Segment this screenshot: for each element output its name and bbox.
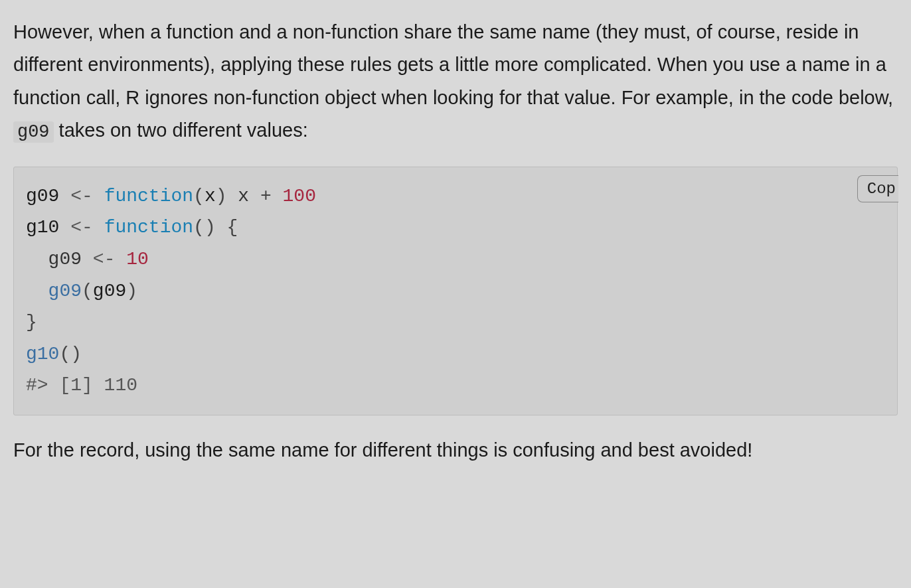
code-token-ident: g10 [26,217,59,238]
code-block-container: Cop g09 <- function(x) x + 100 g10 <- fu… [13,167,898,415]
inline-code-g09: g09 [13,121,54,143]
code-token-assign: <- [70,186,93,206]
code-token-num: 100 [283,186,316,206]
code-token-punct: () [59,344,82,364]
code-token-punct: ) [216,186,227,206]
paragraph-footnote: For the record, using the same name for … [13,434,898,467]
code-token-punct: { [227,217,238,238]
code-token-punct: ( [193,186,205,206]
code-token-punct: ( [82,281,93,301]
code-token-comment: #> [1] 110 [26,375,137,396]
code-token-function: function [104,217,193,238]
code-token-ident: g09 [26,186,59,206]
code-token-call: g10 [26,344,59,364]
code-token-ident: g09 [93,281,126,301]
code-token-punct: + [260,186,272,206]
copy-button[interactable]: Cop [857,175,898,202]
code-block: g09 <- function(x) x + 100 g10 <- functi… [26,181,885,402]
paragraph-intro-post: takes on two different values: [54,119,308,141]
code-token-assign: <- [70,217,93,238]
code-token-assign: <- [93,249,116,269]
paragraph-intro-pre: However, when a function and a non-funct… [13,21,893,108]
paragraph-intro: However, when a function and a non-funct… [13,16,898,148]
code-token-function: function [104,186,193,206]
code-token-punct: ) [126,281,137,301]
code-token-ident: x [205,186,216,206]
code-token-num: 10 [126,249,149,269]
code-token-call: g09 [48,281,82,301]
code-token-punct: } [26,312,37,332]
code-token-punct: () [193,217,216,238]
